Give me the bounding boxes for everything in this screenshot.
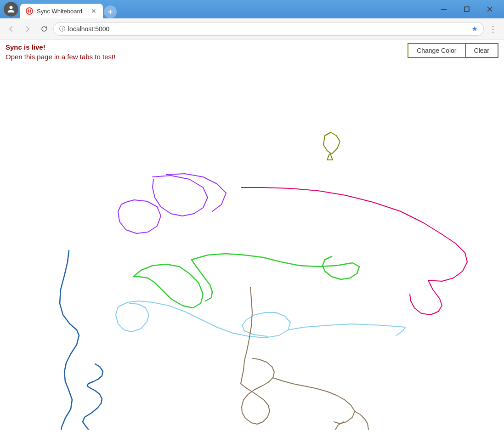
- active-tab[interactable]: Sync Whiteboard ✕: [20, 4, 103, 18]
- svg-rect-3: [110, 10, 111, 14]
- window-controls: [433, 2, 500, 17]
- bookmark-icon[interactable]: ★: [471, 24, 478, 33]
- svg-rect-4: [441, 9, 447, 10]
- forward-button[interactable]: [20, 22, 35, 36]
- url-text: localhost:5000: [68, 25, 469, 33]
- whiteboard-canvas[interactable]: [6, 64, 498, 430]
- browser-frame: Sync Whiteboard ✕: [0, 0, 504, 437]
- svg-rect-5: [464, 7, 469, 11]
- tab-title: Sync Whiteboard: [37, 8, 86, 15]
- clear-button[interactable]: Clear: [466, 43, 498, 58]
- toolbar: Change Color Clear: [408, 43, 498, 58]
- page-content: Sync is live! Open this page in a few ta…: [0, 40, 504, 437]
- browser-menu-button[interactable]: ⋮: [486, 22, 500, 36]
- new-tab-button[interactable]: [104, 6, 117, 18]
- title-bar: Sync Whiteboard ✕: [0, 0, 504, 18]
- tab-favicon: [26, 7, 33, 15]
- minimize-button[interactable]: [433, 2, 454, 17]
- address-bar-row: ⓘ localhost:5000 ★ ⋮: [0, 18, 504, 40]
- close-button[interactable]: [479, 2, 500, 17]
- tab-close-button[interactable]: ✕: [90, 7, 97, 15]
- back-button[interactable]: [4, 22, 18, 36]
- address-bar[interactable]: ⓘ localhost:5000 ★: [53, 22, 484, 36]
- tab-area: Sync Whiteboard ✕: [20, 0, 428, 18]
- restore-button[interactable]: [456, 2, 477, 17]
- security-icon: ⓘ: [59, 25, 65, 33]
- reload-button[interactable]: [37, 22, 51, 36]
- profile-button[interactable]: [4, 2, 18, 17]
- change-color-button[interactable]: Change Color: [408, 43, 465, 58]
- whiteboard-canvas-area[interactable]: [6, 64, 498, 430]
